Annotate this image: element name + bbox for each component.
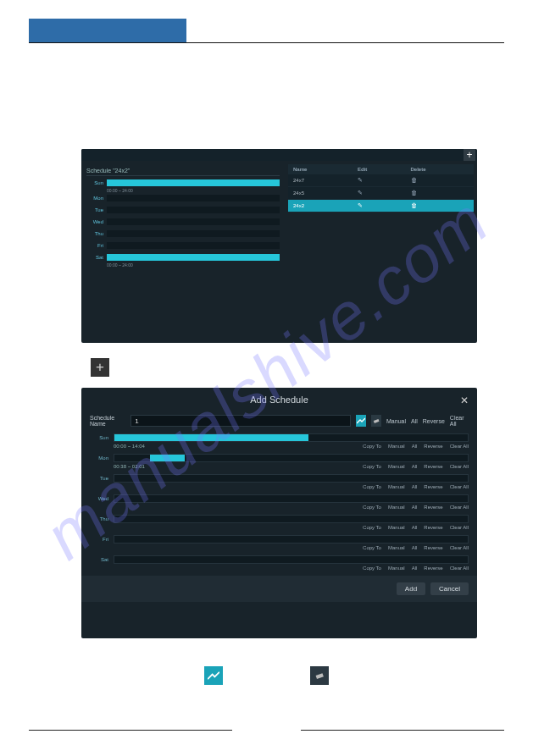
- table-row[interactable]: 24x7: [288, 174, 474, 187]
- timeline-bar[interactable]: [114, 555, 469, 564]
- table-row[interactable]: 24x5: [288, 187, 474, 200]
- clear-all-button[interactable]: Clear All: [450, 484, 469, 489]
- day-label: Sun: [90, 435, 108, 440]
- day-row: SatCopy ToManualAllReverseClear All: [90, 555, 469, 574]
- edit-icon[interactable]: [358, 202, 364, 209]
- col-edit: Edit: [353, 164, 406, 174]
- reverse-button[interactable]: Reverse: [424, 464, 442, 469]
- day-label: Wed: [90, 496, 108, 501]
- timeline-bar[interactable]: [114, 474, 469, 483]
- time-range-label: 00:00 ~ 24:00: [107, 262, 280, 268]
- day-row[interactable]: Thu: [86, 230, 280, 237]
- delete-icon[interactable]: [411, 190, 418, 196]
- toolbar-clear-all[interactable]: Clear All: [450, 415, 469, 427]
- row-sub: 00:38 ~ 02:01Copy ToManualAllReverseClea…: [114, 462, 469, 472]
- timeline-bar[interactable]: [107, 179, 280, 186]
- timeline-bar[interactable]: [107, 207, 280, 213]
- copy-to-button[interactable]: Copy To: [363, 484, 381, 489]
- schedule-name-input[interactable]: [130, 415, 351, 427]
- draw-add-icon[interactable]: [356, 415, 366, 427]
- day-row[interactable]: Wed: [86, 218, 280, 225]
- all-button[interactable]: All: [412, 566, 418, 571]
- manual-button[interactable]: Manual: [388, 545, 405, 550]
- all-button[interactable]: All: [412, 444, 418, 449]
- timeline-bar[interactable]: [114, 454, 469, 462]
- timeline-bar[interactable]: [107, 230, 280, 237]
- manual-button[interactable]: Manual: [388, 566, 405, 571]
- row-sub: Copy ToManualAllReverseClear All: [114, 483, 469, 493]
- day-label: Sat: [86, 255, 103, 260]
- day-row[interactable]: Mon: [86, 195, 280, 201]
- copy-to-button[interactable]: Copy To: [363, 505, 381, 510]
- all-button[interactable]: All: [412, 525, 418, 530]
- reverse-button[interactable]: Reverse: [424, 444, 442, 449]
- manual-button[interactable]: Manual: [388, 484, 405, 489]
- manual-button[interactable]: Manual: [388, 444, 405, 449]
- reverse-button[interactable]: Reverse: [424, 525, 442, 530]
- day-row[interactable]: Sun: [86, 179, 280, 186]
- reverse-button[interactable]: Reverse: [424, 505, 442, 510]
- add-schedule-icon[interactable]: +: [464, 149, 475, 161]
- timeline-bar[interactable]: [114, 515, 469, 523]
- day-row[interactable]: Fri: [86, 242, 280, 249]
- reverse-button[interactable]: Reverse: [424, 566, 442, 571]
- cancel-button[interactable]: Cancel: [430, 582, 469, 595]
- add-button[interactable]: Add: [397, 582, 425, 595]
- day-label: Sun: [86, 180, 103, 185]
- day-row[interactable]: Tue: [86, 207, 280, 213]
- timeline-bar[interactable]: [114, 433, 469, 442]
- dialog-footer: Add Cancel: [81, 576, 477, 602]
- clear-all-button[interactable]: Clear All: [450, 545, 469, 550]
- day-label: Mon: [86, 196, 103, 201]
- toolbar-all[interactable]: All: [411, 418, 418, 424]
- copy-to-button[interactable]: Copy To: [363, 545, 381, 550]
- reverse-button[interactable]: Reverse: [424, 545, 442, 550]
- timeline-bar[interactable]: [114, 535, 469, 544]
- delete-icon[interactable]: [411, 177, 418, 184]
- reverse-button[interactable]: Reverse: [424, 484, 442, 489]
- col-name: Name: [288, 164, 353, 174]
- footer-rule-right: [301, 730, 504, 731]
- copy-to-button[interactable]: Copy To: [363, 464, 381, 469]
- copy-to-button[interactable]: Copy To: [363, 566, 381, 571]
- timeline-bar[interactable]: [107, 254, 280, 261]
- dialog-toolbar: Schedule Name Manual All Reverse Clear A…: [81, 411, 477, 433]
- draw-erase-icon[interactable]: [371, 415, 381, 427]
- add-schedule-dialog: Add Schedule ✕ Schedule Name Manual All …: [81, 388, 477, 638]
- time-range-label: 00:00 ~ 24:00: [107, 188, 280, 193]
- manual-button[interactable]: Manual: [388, 525, 405, 530]
- footer-rule-left: [29, 730, 232, 731]
- row-name: 24x7: [288, 174, 353, 187]
- timeline-bar[interactable]: [107, 218, 280, 225]
- svg-rect-1: [316, 673, 324, 679]
- timeline-bar[interactable]: [107, 242, 280, 249]
- copy-to-button[interactable]: Copy To: [363, 444, 381, 449]
- edit-icon[interactable]: [358, 177, 364, 184]
- page-header-bar: [29, 19, 186, 42]
- timeline-bar[interactable]: [114, 494, 469, 503]
- all-button[interactable]: All: [412, 505, 418, 510]
- day-row[interactable]: Sat: [86, 254, 280, 261]
- day-label: Sat: [90, 557, 108, 562]
- edit-icon[interactable]: [358, 190, 364, 196]
- all-button[interactable]: All: [412, 545, 418, 550]
- plus-button-inline[interactable]: +: [91, 358, 109, 377]
- delete-icon[interactable]: [411, 202, 418, 209]
- manual-button[interactable]: Manual: [388, 464, 405, 469]
- toolbar-reverse[interactable]: Reverse: [423, 418, 445, 424]
- timeline-bar[interactable]: [107, 195, 280, 201]
- clear-all-button[interactable]: Clear All: [450, 566, 469, 571]
- clear-all-button[interactable]: Clear All: [450, 525, 469, 530]
- toolbar-manual[interactable]: Manual: [386, 418, 406, 424]
- day-row: TueCopy ToManualAllReverseClear All: [90, 474, 469, 493]
- copy-to-button[interactable]: Copy To: [363, 525, 381, 530]
- clear-all-button[interactable]: Clear All: [450, 505, 469, 510]
- clear-all-button[interactable]: Clear All: [450, 464, 469, 469]
- close-icon[interactable]: ✕: [460, 395, 469, 406]
- clear-all-button[interactable]: Clear All: [450, 444, 469, 449]
- table-row[interactable]: 24x2: [288, 200, 474, 212]
- schedule-manager-screenshot: + Schedule "24x2" Sun00:00 ~ 24:00MonTue…: [81, 149, 477, 343]
- manual-button[interactable]: Manual: [388, 505, 405, 510]
- all-button[interactable]: All: [412, 464, 418, 469]
- all-button[interactable]: All: [412, 484, 418, 489]
